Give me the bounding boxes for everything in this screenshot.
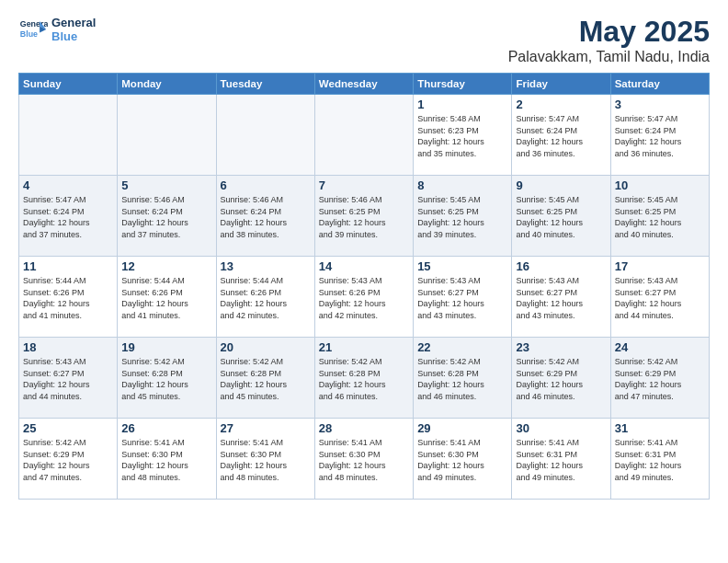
calendar-cell: 25Sunrise: 5:42 AM Sunset: 6:29 PM Dayli…	[19, 419, 118, 500]
calendar-cell: 29Sunrise: 5:41 AM Sunset: 6:30 PM Dayli…	[414, 419, 512, 500]
day-info: Sunrise: 5:41 AM Sunset: 6:31 PM Dayligh…	[615, 437, 705, 483]
day-number: 11	[23, 259, 113, 273]
day-number: 5	[121, 178, 211, 192]
day-number: 14	[319, 259, 409, 273]
calendar-cell: 26Sunrise: 5:41 AM Sunset: 6:30 PM Dayli…	[118, 419, 216, 500]
calendar-cell	[314, 95, 413, 176]
day-info: Sunrise: 5:43 AM Sunset: 6:27 PM Dayligh…	[615, 275, 705, 321]
day-number: 27	[221, 421, 311, 435]
calendar-cell: 28Sunrise: 5:41 AM Sunset: 6:30 PM Dayli…	[314, 419, 413, 500]
logo-general-text: General	[51, 16, 96, 29]
calendar-cell: 16Sunrise: 5:43 AM Sunset: 6:27 PM Dayli…	[512, 257, 610, 338]
calendar-cell: 15Sunrise: 5:43 AM Sunset: 6:27 PM Dayli…	[414, 257, 512, 338]
day-info: Sunrise: 5:42 AM Sunset: 6:29 PM Dayligh…	[23, 437, 113, 483]
day-info: Sunrise: 5:43 AM Sunset: 6:27 PM Dayligh…	[23, 356, 113, 402]
day-info: Sunrise: 5:42 AM Sunset: 6:28 PM Dayligh…	[319, 356, 409, 402]
weekday-header-monday: Monday	[118, 74, 216, 95]
day-number: 25	[23, 421, 113, 435]
day-info: Sunrise: 5:42 AM Sunset: 6:28 PM Dayligh…	[221, 356, 311, 402]
day-number: 4	[23, 178, 113, 192]
weekday-header-sunday: Sunday	[19, 74, 118, 95]
day-number: 18	[23, 340, 113, 354]
logo-icon: General Blue	[18, 15, 48, 44]
calendar-cell	[19, 95, 118, 176]
calendar-week-1: 1Sunrise: 5:48 AM Sunset: 6:23 PM Daylig…	[19, 95, 710, 176]
calendar-cell: 7Sunrise: 5:46 AM Sunset: 6:25 PM Daylig…	[314, 176, 413, 257]
header: General Blue General Blue May 2025 Palav…	[18, 15, 710, 65]
day-info: Sunrise: 5:45 AM Sunset: 6:25 PM Dayligh…	[516, 194, 606, 240]
calendar-week-4: 18Sunrise: 5:43 AM Sunset: 6:27 PM Dayli…	[19, 338, 710, 419]
day-number: 16	[516, 259, 606, 273]
calendar-cell: 1Sunrise: 5:48 AM Sunset: 6:23 PM Daylig…	[414, 95, 512, 176]
weekday-header-thursday: Thursday	[414, 74, 512, 95]
calendar-cell: 21Sunrise: 5:42 AM Sunset: 6:28 PM Dayli…	[314, 338, 413, 419]
weekday-header-saturday: Saturday	[610, 74, 709, 95]
day-number: 1	[417, 98, 507, 111]
day-info: Sunrise: 5:47 AM Sunset: 6:24 PM Dayligh…	[615, 113, 705, 159]
calendar-cell: 3Sunrise: 5:47 AM Sunset: 6:24 PM Daylig…	[610, 95, 709, 176]
day-number: 24	[615, 340, 705, 354]
day-info: Sunrise: 5:43 AM Sunset: 6:27 PM Dayligh…	[516, 275, 606, 321]
day-info: Sunrise: 5:42 AM Sunset: 6:29 PM Dayligh…	[615, 356, 705, 402]
calendar-body: 1Sunrise: 5:48 AM Sunset: 6:23 PM Daylig…	[19, 95, 710, 500]
calendar-table: SundayMondayTuesdayWednesdayThursdayFrid…	[18, 73, 710, 500]
day-number: 29	[417, 421, 507, 435]
day-info: Sunrise: 5:41 AM Sunset: 6:30 PM Dayligh…	[319, 437, 409, 483]
calendar-cell: 2Sunrise: 5:47 AM Sunset: 6:24 PM Daylig…	[512, 95, 610, 176]
svg-text:Blue: Blue	[20, 29, 38, 39]
day-number: 20	[221, 340, 311, 354]
calendar-cell	[118, 95, 216, 176]
day-info: Sunrise: 5:47 AM Sunset: 6:24 PM Dayligh…	[516, 113, 606, 159]
day-number: 12	[121, 259, 211, 273]
day-number: 8	[417, 178, 507, 192]
day-info: Sunrise: 5:45 AM Sunset: 6:25 PM Dayligh…	[615, 194, 705, 240]
day-number: 28	[319, 421, 409, 435]
calendar-subtitle: Palavakkam, Tamil Nadu, India	[508, 49, 710, 65]
day-info: Sunrise: 5:41 AM Sunset: 6:30 PM Dayligh…	[221, 437, 311, 483]
calendar-cell: 12Sunrise: 5:44 AM Sunset: 6:26 PM Dayli…	[118, 257, 216, 338]
calendar-cell: 20Sunrise: 5:42 AM Sunset: 6:28 PM Dayli…	[216, 338, 314, 419]
day-number: 26	[121, 421, 211, 435]
calendar-cell: 9Sunrise: 5:45 AM Sunset: 6:25 PM Daylig…	[512, 176, 610, 257]
day-info: Sunrise: 5:43 AM Sunset: 6:26 PM Dayligh…	[319, 275, 409, 321]
day-number: 10	[615, 178, 705, 192]
calendar-week-2: 4Sunrise: 5:47 AM Sunset: 6:24 PM Daylig…	[19, 176, 710, 257]
weekday-header-tuesday: Tuesday	[216, 74, 314, 95]
day-number: 2	[516, 98, 606, 111]
weekday-row: SundayMondayTuesdayWednesdayThursdayFrid…	[19, 74, 710, 95]
calendar-title: May 2025	[508, 15, 710, 49]
day-info: Sunrise: 5:41 AM Sunset: 6:30 PM Dayligh…	[121, 437, 211, 483]
logo-blue-text: Blue	[51, 29, 96, 43]
calendar-cell: 17Sunrise: 5:43 AM Sunset: 6:27 PM Dayli…	[610, 257, 709, 338]
calendar-cell: 5Sunrise: 5:46 AM Sunset: 6:24 PM Daylig…	[118, 176, 216, 257]
calendar-cell: 23Sunrise: 5:42 AM Sunset: 6:29 PM Dayli…	[512, 338, 610, 419]
day-info: Sunrise: 5:42 AM Sunset: 6:28 PM Dayligh…	[417, 356, 507, 402]
day-number: 3	[615, 98, 705, 111]
calendar-cell: 19Sunrise: 5:42 AM Sunset: 6:28 PM Dayli…	[118, 338, 216, 419]
calendar-cell: 22Sunrise: 5:42 AM Sunset: 6:28 PM Dayli…	[414, 338, 512, 419]
day-info: Sunrise: 5:47 AM Sunset: 6:24 PM Dayligh…	[23, 194, 113, 240]
calendar-cell: 14Sunrise: 5:43 AM Sunset: 6:26 PM Dayli…	[314, 257, 413, 338]
day-number: 21	[319, 340, 409, 354]
day-info: Sunrise: 5:46 AM Sunset: 6:25 PM Dayligh…	[319, 194, 409, 240]
title-block: May 2025 Palavakkam, Tamil Nadu, India	[508, 15, 710, 65]
day-number: 15	[417, 259, 507, 273]
day-number: 30	[516, 421, 606, 435]
calendar-week-3: 11Sunrise: 5:44 AM Sunset: 6:26 PM Dayli…	[19, 257, 710, 338]
calendar-cell	[216, 95, 314, 176]
day-info: Sunrise: 5:46 AM Sunset: 6:24 PM Dayligh…	[121, 194, 211, 240]
day-info: Sunrise: 5:46 AM Sunset: 6:24 PM Dayligh…	[221, 194, 311, 240]
day-number: 23	[516, 340, 606, 354]
weekday-header-wednesday: Wednesday	[314, 74, 413, 95]
calendar-cell: 4Sunrise: 5:47 AM Sunset: 6:24 PM Daylig…	[19, 176, 118, 257]
calendar-header: SundayMondayTuesdayWednesdayThursdayFrid…	[19, 74, 710, 95]
logo: General Blue General Blue	[18, 15, 96, 44]
day-number: 31	[615, 421, 705, 435]
day-info: Sunrise: 5:41 AM Sunset: 6:31 PM Dayligh…	[516, 437, 606, 483]
calendar-cell: 27Sunrise: 5:41 AM Sunset: 6:30 PM Dayli…	[216, 419, 314, 500]
day-info: Sunrise: 5:43 AM Sunset: 6:27 PM Dayligh…	[417, 275, 507, 321]
calendar-cell: 24Sunrise: 5:42 AM Sunset: 6:29 PM Dayli…	[610, 338, 709, 419]
calendar-cell: 11Sunrise: 5:44 AM Sunset: 6:26 PM Dayli…	[19, 257, 118, 338]
weekday-header-friday: Friday	[512, 74, 610, 95]
day-info: Sunrise: 5:44 AM Sunset: 6:26 PM Dayligh…	[23, 275, 113, 321]
